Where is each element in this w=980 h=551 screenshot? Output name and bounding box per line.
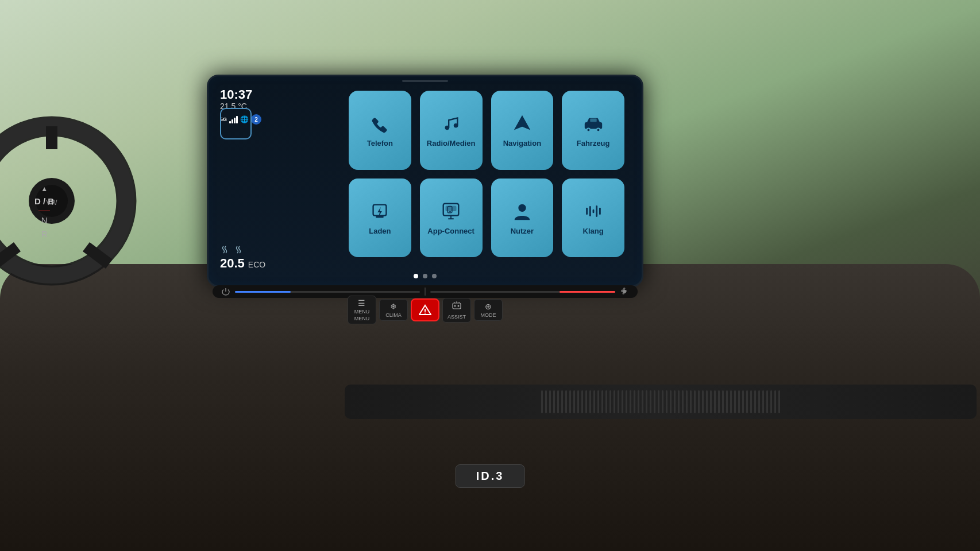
drive-mode: D / B — [34, 195, 54, 208]
telefon-label: Telefon — [367, 139, 393, 148]
seat-heat-right-icon — [234, 245, 244, 255]
radio-medien-label: Radio/Medien — [427, 139, 476, 148]
assist-icon — [452, 301, 462, 313]
vehicle-model-badge: ID.3 — [456, 464, 525, 488]
svg-point-14 — [597, 129, 599, 131]
center-vents: for(let i=0;i<60;i++){ document.currentS… — [345, 385, 977, 419]
phone-icon — [369, 112, 391, 134]
svg-point-13 — [587, 129, 589, 131]
app-tile-telefon[interactable]: Telefon — [349, 91, 411, 170]
notification-badge[interactable]: 2 — [251, 114, 261, 125]
sound-icon — [582, 200, 604, 222]
seat-heat-left-icon — [220, 245, 230, 255]
fahrzeug-label: Fahrzeug — [577, 139, 610, 148]
steering-wheel-area: VW — [0, 86, 184, 430]
mode-icon: ⊕ — [485, 302, 492, 311]
hazard-icon — [419, 304, 431, 316]
app-connect-label: App-Connect — [427, 227, 474, 235]
clima-icon: ❄ — [390, 302, 397, 311]
svg-rect-10 — [584, 122, 601, 129]
app-tile-klang[interactable]: Klang — [562, 179, 624, 258]
charging-icon — [369, 200, 391, 222]
app-tile-fahrzeug[interactable]: Fahrzeug — [562, 91, 624, 170]
energy-icons — [220, 245, 265, 255]
energy-value: 20.5 — [220, 256, 245, 271]
clima-button[interactable]: ❄ CLIMA — [379, 299, 408, 321]
svg-point-9 — [454, 123, 458, 128]
menu-icon: ☰ — [358, 298, 365, 308]
klang-label: Klang — [583, 227, 604, 235]
eco-label: ECO — [248, 260, 265, 269]
page-dot-2[interactable] — [423, 274, 427, 278]
gear-indicator: ▲ D / B N R — [34, 184, 54, 241]
current-gear: N — [34, 214, 54, 227]
menu-label: MENU — [354, 309, 370, 315]
app-tile-navigation[interactable]: Navigation — [491, 91, 554, 170]
app-tile-radio-medien[interactable]: Radio/Medien — [420, 91, 483, 170]
svg-point-32 — [454, 305, 456, 306]
menu-button[interactable]: ☰ MENU MENU — [348, 296, 376, 324]
screen-notch — [402, 80, 448, 82]
nutzer-label: Nutzer — [511, 227, 534, 235]
app-tile-nutzer[interactable]: Nutzer — [491, 179, 554, 258]
app-grid: Telefon Radio/Medien Navigation — [343, 85, 630, 263]
center-console: for(let i=0;i<60;i++){ document.currentS… — [172, 419, 808, 476]
mode-button[interactable]: ⊕ MODE — [474, 299, 503, 321]
energy-indicator: 20.5 ECO — [220, 245, 265, 271]
navigation-icon — [511, 112, 533, 134]
clock: 10:37 — [220, 88, 261, 102]
car-icon — [582, 112, 604, 134]
svg-point-30 — [425, 313, 426, 314]
user-icon — [511, 200, 533, 222]
svg-point-8 — [445, 126, 450, 130]
navigation-label: Navigation — [503, 139, 541, 148]
laden-label: Laden — [369, 227, 391, 235]
touchscreen: 10:37 21.5 °C 5G 🌐 2 — [207, 75, 643, 287]
app-connect-icon — [440, 200, 462, 222]
hazard-button[interactable] — [411, 298, 439, 321]
svg-rect-17 — [376, 215, 384, 218]
app-tile-laden[interactable]: Laden — [349, 179, 411, 258]
app-tile-app-connect[interactable]: App-Connect — [420, 179, 483, 258]
music-icon — [440, 112, 462, 134]
reverse-gear: R — [34, 227, 54, 241]
page-dot-1[interactable] — [414, 274, 418, 278]
page-dot-3[interactable] — [432, 274, 437, 278]
svg-rect-15 — [590, 119, 596, 122]
assist-button[interactable]: ASSIST — [442, 298, 471, 323]
widget-placeholder[interactable] — [220, 108, 252, 139]
svg-rect-31 — [453, 303, 461, 309]
physical-controls: ☰ MENU MENU ❄ CLIMA ASSIST ⊕ MODE — [207, 293, 643, 327]
svg-point-33 — [457, 305, 459, 306]
page-dots — [414, 274, 437, 278]
steering-wheel: VW — [0, 86, 161, 373]
svg-point-22 — [518, 204, 526, 211]
